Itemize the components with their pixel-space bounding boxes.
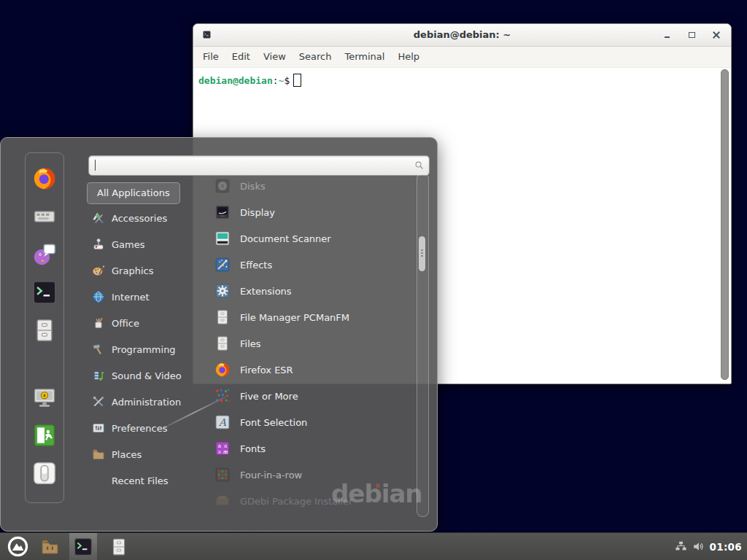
terminal-menubar: FileEditViewSearchTerminalHelp (193, 47, 731, 68)
category-label: Accessories (112, 213, 167, 224)
taskbar-button-terminal[interactable] (69, 533, 97, 560)
category-administration[interactable]: Administration (87, 389, 208, 415)
taskbar-button-menu[interactable] (7, 536, 28, 557)
places-folder-icon (92, 448, 105, 461)
minimize-button[interactable] (662, 30, 671, 40)
category-games[interactable]: Games (87, 231, 208, 257)
search-icon (414, 160, 425, 171)
category-places[interactable]: Places (87, 441, 208, 467)
terminal-titlebar[interactable]: debian@debian: ~ (193, 24, 731, 47)
app-five-or-more[interactable]: Five or More (208, 383, 415, 409)
taskbar-launchers (0, 533, 747, 560)
all-applications-button[interactable]: All Applications (87, 182, 180, 204)
app-label: File Manager PCManFM (240, 312, 349, 323)
svg-text:A: A (218, 416, 227, 428)
favorite-keyboard[interactable] (32, 204, 57, 229)
category-preferences[interactable]: Preferences (87, 415, 208, 441)
terminal-prompt: debian@debian : ~ $ (198, 74, 301, 87)
category-sound-video[interactable]: Sound & Video (87, 362, 208, 389)
app-label: Firefox ESR (240, 365, 293, 376)
desktop: debian@debian: ~ FileEditViewSearchTermi… (0, 0, 747, 560)
maximize-button[interactable] (687, 30, 696, 40)
menubar-item-view[interactable]: View (257, 47, 293, 67)
network-icon[interactable] (675, 540, 687, 553)
globe-icon (92, 290, 105, 303)
app-file-manager-pcmanfm[interactable]: File Manager PCManFM (208, 304, 415, 330)
app-font-selection[interactable]: AFont Selection (208, 409, 415, 435)
no-icon (92, 474, 105, 487)
app-document-scanner[interactable]: Document Scanner (208, 225, 415, 252)
app-label: Extensions (240, 286, 292, 297)
taskbar-button-file-cabinet[interactable] (109, 537, 128, 556)
svg-text:æ: æ (223, 448, 228, 455)
file-cabinet-icon (214, 309, 231, 325)
terminal-icon (74, 537, 93, 556)
menubar-item-terminal[interactable]: Terminal (338, 47, 391, 67)
category-label: Preferences (112, 423, 167, 434)
app-label: Document Scanner (240, 233, 331, 244)
maximize-icon (689, 32, 695, 38)
app-label: Effects (240, 260, 272, 271)
svg-text:a: a (218, 448, 222, 455)
app-effects[interactable]: Effects (208, 252, 415, 278)
favorites-panel (25, 152, 64, 503)
preferences-icon (92, 421, 105, 435)
app-label: Fonts (240, 443, 266, 454)
category-internet[interactable]: Internet (87, 284, 208, 310)
effects-icon (214, 257, 231, 273)
app-disks[interactable]: Disks (208, 173, 415, 199)
favorite-log-out[interactable] (32, 423, 57, 448)
favorite-file-manager[interactable] (32, 318, 57, 343)
menubar-item-edit[interactable]: Edit (225, 47, 257, 67)
terminal-cursor (293, 74, 301, 87)
category-label: Internet (112, 292, 150, 303)
menubar-item-help[interactable]: Help (391, 47, 426, 67)
close-button[interactable] (712, 30, 721, 40)
app-label: Disks (240, 181, 266, 192)
prompt-separator: : (273, 75, 279, 86)
application-menu: All Applications AccessoriesGamesGraphic… (0, 137, 438, 532)
app-firefox-esr[interactable]: Firefox ESR (208, 357, 415, 383)
app-files[interactable]: Files (208, 330, 415, 357)
category-label: Office (112, 318, 139, 329)
taskbar: 01:06 (0, 532, 747, 560)
menubar-item-file[interactable]: File (196, 47, 225, 67)
category-programming[interactable]: Programming (87, 336, 208, 362)
favorite-pidgin[interactable] (32, 242, 57, 267)
terminal-scrollbar[interactable] (721, 69, 729, 380)
app-list-scrollbar-thumb[interactable] (419, 236, 425, 271)
app-label: Four-in-a-row (240, 470, 302, 481)
file-cabinet-icon (214, 335, 231, 351)
category-label: Places (112, 449, 142, 460)
programming-icon (92, 343, 105, 356)
prompt-symbol: $ (284, 75, 290, 86)
favorite-firefox[interactable] (32, 166, 57, 191)
terminal-title: debian@debian: ~ (193, 24, 731, 46)
category-accessories[interactable]: Accessories (87, 205, 208, 231)
category-graphics[interactable]: Graphics (87, 257, 208, 284)
system-tray: 01:06 (675, 533, 742, 560)
app-extensions[interactable]: Extensions (208, 278, 415, 304)
category-list: AccessoriesGamesGraphicsInternetOfficePr… (87, 205, 208, 494)
category-label: Sound & Video (112, 370, 182, 381)
gdebi-icon (214, 493, 231, 509)
menubar-item-search[interactable]: Search (293, 47, 338, 67)
favorite-shut-down[interactable] (32, 461, 57, 486)
graphics-icon (92, 264, 105, 277)
taskbar-clock: 01:06 (710, 541, 742, 553)
category-recent-files[interactable]: Recent Files (87, 467, 208, 494)
favorite-terminal[interactable] (32, 280, 57, 305)
taskbar-button-file-manager[interactable] (40, 537, 60, 556)
close-icon (713, 31, 720, 39)
favorite-lock-screen[interactable] (32, 385, 57, 410)
four-in-a-row-icon (214, 467, 231, 483)
app-list-scrollbar[interactable] (417, 173, 429, 517)
app-display[interactable]: Display (208, 199, 415, 225)
category-office[interactable]: Office (87, 310, 208, 336)
volume-icon[interactable] (692, 540, 705, 553)
terminal-scrollbar-thumb[interactable] (721, 69, 729, 380)
app-fonts[interactable]: aaaæFonts (208, 435, 415, 462)
document-scanner-icon (214, 230, 231, 246)
watermark-dot (376, 483, 380, 488)
font-selection-icon: A (214, 414, 231, 430)
